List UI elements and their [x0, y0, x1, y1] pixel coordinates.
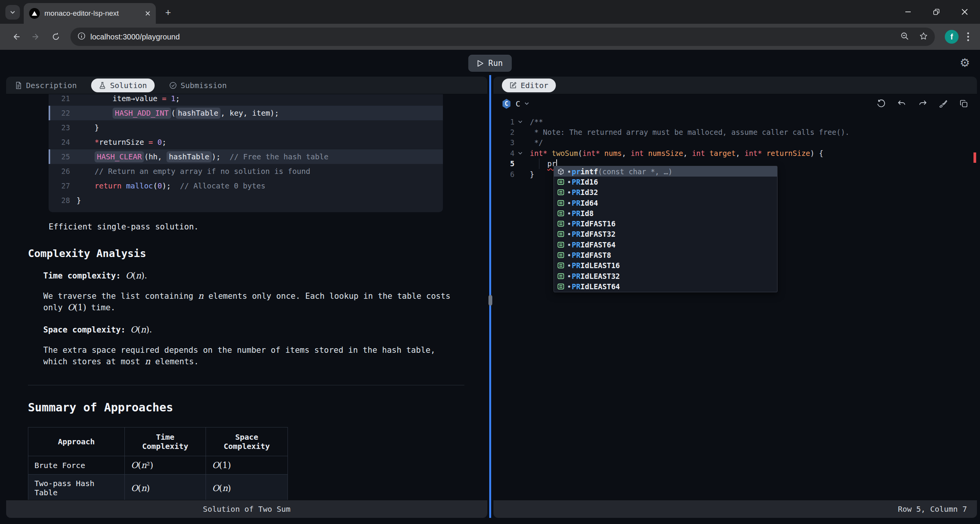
code-line: 21 item→value = 1; — [49, 94, 443, 106]
close-icon[interactable] — [956, 3, 973, 20]
enum-member-icon — [557, 241, 564, 248]
editor-line[interactable]: 1/** — [493, 116, 977, 127]
restore-icon[interactable] — [928, 3, 945, 20]
completion-item[interactable]: •printf(const char *, …) — [554, 166, 777, 177]
space-complexity-line: Space complexity: O(n). — [43, 325, 487, 334]
line-number: 28 — [52, 196, 70, 205]
tab-label: Solution — [110, 81, 147, 90]
autocomplete-popup: •printf(const char *, …)•PRId16•PRId32•P… — [554, 166, 777, 292]
code-line: 25 HASH_CLEAR(hh, hashTable); // Free th… — [49, 149, 443, 164]
redo-icon[interactable] — [918, 99, 927, 108]
panel-divider[interactable] — [487, 77, 493, 518]
tab-list-chevron-button[interactable] — [5, 5, 20, 20]
minimize-icon[interactable] — [900, 3, 916, 20]
profile-avatar[interactable]: f — [945, 30, 959, 44]
reset-icon[interactable] — [877, 99, 886, 108]
completion-item[interactable]: •PRIdLEAST16 — [554, 260, 777, 271]
completion-item[interactable]: •PRId16 — [554, 177, 777, 187]
app-header: Run ⚙ — [0, 50, 980, 77]
completion-item[interactable]: •PRIdFAST32 — [554, 229, 777, 239]
address-bar[interactable]: localhost:3000/playground — [70, 28, 935, 46]
complexity-heading: Complexity Analysis — [28, 247, 487, 259]
fold-chevron-icon[interactable] — [514, 149, 526, 157]
time-complexity-line: Time complexity: O(n). — [43, 271, 487, 280]
browser-menu-icon[interactable] — [962, 29, 974, 44]
editor-line-number: 1 — [493, 118, 514, 126]
back-icon[interactable] — [8, 29, 24, 44]
run-button[interactable]: Run — [469, 55, 512, 72]
completion-item[interactable]: •PRId8 — [554, 208, 777, 218]
code-line: 24 *returnSize = 0; — [49, 135, 443, 149]
enum-member-icon — [557, 220, 564, 227]
site-info-icon[interactable] — [77, 32, 86, 42]
editor-status-bar: Row 5, Column 7 — [493, 500, 977, 518]
playground-app: Run ⚙ Description Solution — [0, 50, 980, 524]
approach-cell: Brute Force — [28, 456, 125, 475]
line-number: 27 — [52, 182, 70, 190]
tab-close-icon[interactable] — [145, 10, 150, 18]
completion-item[interactable]: •PRIdFAST8 — [554, 250, 777, 260]
summary-heading: Summary of Approaches — [28, 401, 487, 414]
language-chevron-icon[interactable] — [524, 100, 529, 108]
editor-tabs: Editor — [493, 77, 977, 94]
code-line: 26 // Return an empty array if no soluti… — [49, 164, 443, 178]
site-favicon-icon — [29, 8, 40, 19]
editor-line[interactable]: 2 * Note: The returned array must be mal… — [493, 127, 977, 137]
completion-item[interactable]: •PRIdLEAST32 — [554, 271, 777, 281]
tab-submission[interactable]: Submission — [169, 81, 227, 90]
completion-item[interactable]: •PRIdFAST16 — [554, 218, 777, 229]
table-header: Time Complexity — [125, 427, 206, 456]
tab-solution[interactable]: Solution — [91, 79, 154, 92]
editor-panel: Editor C C 1/**2 * Note — [493, 77, 977, 518]
time-complexity-math: O(n). — [126, 271, 147, 280]
editor-toolbar: C C — [493, 94, 977, 113]
browser-tab[interactable]: monaco-editor-lsp-next — [24, 3, 156, 24]
tab-editor[interactable]: Editor — [502, 79, 556, 92]
undo-icon[interactable] — [897, 99, 906, 108]
enum-member-icon — [557, 189, 564, 196]
code-line: 27 return malloc(0); // Allocate 0 bytes — [49, 178, 443, 193]
time-complexity-paragraph: We traverse the list containing n elemen… — [43, 290, 461, 313]
time-cell: O(n²) — [125, 456, 206, 475]
completion-item[interactable]: •PRIdLEAST64 — [554, 281, 777, 291]
editor-line-number: 2 — [493, 128, 514, 136]
completion-item[interactable]: •PRId32 — [554, 187, 777, 198]
chevron-down-icon — [10, 9, 16, 15]
line-number: 21 — [52, 94, 70, 103]
editor-actions — [877, 99, 969, 108]
enum-member-icon — [557, 283, 564, 290]
completion-item[interactable]: •PRIdFAST64 — [554, 239, 777, 250]
fold-chevron-icon[interactable] — [514, 118, 526, 126]
zoom-out-icon[interactable] — [900, 32, 909, 42]
editor-line[interactable]: 3 */ — [493, 138, 977, 148]
language-select-value[interactable]: C — [516, 99, 520, 108]
reload-icon[interactable] — [48, 29, 64, 44]
editor-line-number: 4 — [493, 149, 514, 157]
copy-icon[interactable] — [959, 99, 969, 108]
problem-tabs: Description Solution Submission — [6, 77, 487, 94]
play-icon — [477, 60, 484, 67]
line-number: 24 — [52, 138, 70, 146]
new-tab-button[interactable]: + — [161, 5, 175, 19]
forward-icon[interactable] — [28, 29, 44, 44]
url-text[interactable]: localhost:3000/playground — [90, 33, 890, 41]
approaches-table: ApproachTime ComplexitySpace ComplexityB… — [28, 427, 288, 500]
format-brush-icon[interactable] — [939, 99, 948, 108]
space-complexity-paragraph: The extra space required depends on the … — [43, 344, 461, 367]
tab-description[interactable]: Description — [15, 81, 77, 90]
bookmark-star-icon[interactable] — [919, 32, 928, 42]
divider-grip-handle[interactable] — [488, 295, 492, 306]
completion-item[interactable]: •PRId64 — [554, 198, 777, 208]
editor-line[interactable]: 4int* twoSum(int* nums, int numsSize, in… — [493, 148, 977, 158]
time-complexity-label: Time complexity: — [43, 271, 126, 280]
browser-toolbar: localhost:3000/playground f — [0, 24, 980, 50]
monaco-editor[interactable]: 1/**2 * Note: The returned array must be… — [493, 113, 977, 500]
enum-member-icon — [557, 178, 564, 185]
table-header: Approach — [28, 427, 125, 456]
c-language-icon: C — [502, 99, 511, 109]
intro-paragraph: Efficient single-pass solution. — [49, 222, 487, 231]
indent-guide — [539, 159, 539, 169]
settings-gear-icon[interactable]: ⚙ — [960, 56, 970, 69]
problem-status-text: Solution of Two Sum — [203, 504, 291, 514]
table-header: Space Complexity — [206, 427, 288, 456]
